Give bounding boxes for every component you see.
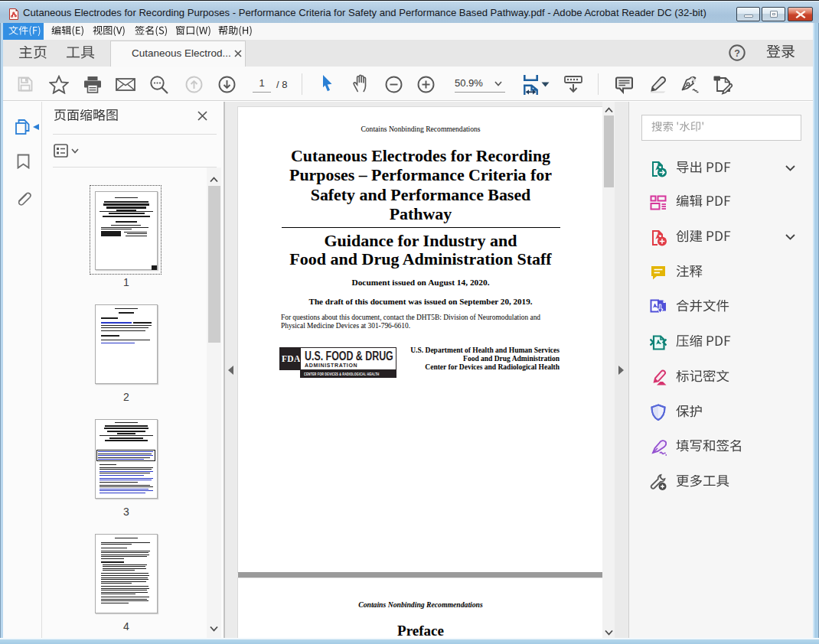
svg-text:?: ?	[734, 48, 740, 59]
